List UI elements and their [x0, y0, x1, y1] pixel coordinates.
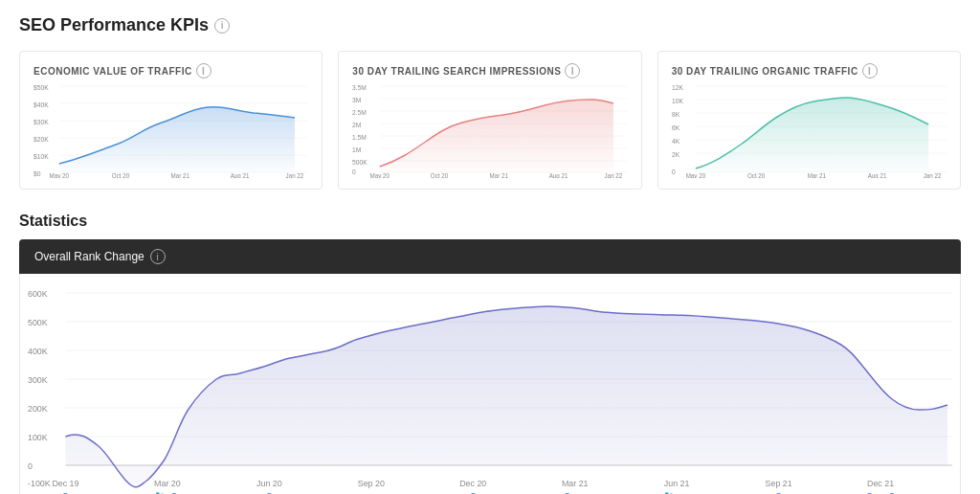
- kpi-info-icon-organic[interactable]: i: [862, 63, 878, 79]
- svg-text:100K: 100K: [28, 433, 48, 442]
- statistics-section-title: Statistics: [19, 213, 961, 230]
- svg-text:2.5M: 2.5M: [352, 109, 367, 116]
- kpi-card-economic-value: ECONOMIC VALUE OF TRAFFIC i $50K $40K $3…: [19, 51, 323, 190]
- svg-text:3M: 3M: [352, 97, 362, 103]
- svg-text:Mar 21: Mar 21: [171, 172, 190, 178]
- overall-rank-chart: 600K 500K 400K 300K 200K 100K 0 -100K: [28, 285, 952, 494]
- overall-rank-label: Overall Rank Change: [34, 250, 145, 263]
- svg-text:600K: 600K: [28, 289, 48, 299]
- overall-rank-chart-container: 600K 500K 400K 300K 200K 100K 0 -100K: [19, 274, 961, 494]
- svg-text:$20K: $20K: [33, 136, 49, 143]
- svg-text:🐦: 🐦: [664, 490, 674, 494]
- page-title-info-icon[interactable]: i: [214, 18, 230, 34]
- svg-text:$50K: $50K: [33, 84, 49, 91]
- kpi-title-organic-traffic: 30 DAY TRAILING ORGANIC TRAFFIC i: [672, 63, 947, 79]
- svg-text:1M: 1M: [352, 146, 362, 153]
- svg-text:Mar 21: Mar 21: [490, 172, 509, 178]
- kpi-card-organic-traffic: 30 DAY TRAILING ORGANIC TRAFFIC i 12K 10…: [657, 51, 961, 190]
- svg-text:May 20: May 20: [370, 172, 390, 178]
- overall-rank-info-icon[interactable]: i: [150, 249, 166, 264]
- svg-text:Aug 21: Aug 21: [549, 172, 568, 178]
- svg-text:Sep 21: Sep 21: [766, 479, 792, 488]
- svg-text:Mar 20: Mar 20: [154, 479, 181, 488]
- kpi-chart-impressions: 3.5M 3M 2.5M 2M 1.5M 1M 500K 0 May 20 Oc…: [352, 82, 627, 178]
- svg-text:Jan 22: Jan 22: [605, 172, 623, 178]
- svg-text:300K: 300K: [28, 375, 48, 385]
- kpi-row: ECONOMIC VALUE OF TRAFFIC i $50K $40K $3…: [19, 51, 961, 190]
- svg-text:0: 0: [28, 461, 33, 471]
- overall-rank-header: Overall Rank Change i: [19, 239, 961, 274]
- svg-text:$30K: $30K: [33, 119, 49, 125]
- svg-text:1.5M: 1.5M: [352, 134, 367, 141]
- kpi-info-icon-impressions[interactable]: i: [565, 63, 580, 79]
- svg-text:$40K: $40K: [33, 101, 49, 108]
- svg-text:200K: 200K: [28, 404, 48, 414]
- svg-text:500K: 500K: [28, 318, 48, 327]
- svg-text:$10K: $10K: [33, 153, 49, 160]
- svg-text:Jun 21: Jun 21: [664, 479, 690, 488]
- kpi-title-economic-value: ECONOMIC VALUE OF TRAFFIC i: [33, 63, 308, 79]
- svg-text:500K: 500K: [352, 159, 368, 166]
- svg-text:Jan 22: Jan 22: [286, 172, 304, 178]
- svg-text:6K: 6K: [672, 124, 680, 131]
- kpi-title-search-impressions: 30 DAY TRAILING SEARCH IMPRESSIONS i: [352, 63, 627, 79]
- svg-text:-100K: -100K: [28, 479, 51, 488]
- svg-text:Dec 20: Dec 20: [459, 479, 486, 488]
- kpi-chart-economic: $50K $40K $30K $20K $10K $0 May 20 Oct 2…: [33, 82, 308, 178]
- svg-text:0: 0: [352, 168, 356, 175]
- svg-text:Aug 21: Aug 21: [867, 172, 886, 178]
- svg-text:Dec 19: Dec 19: [52, 479, 78, 488]
- svg-text:8K: 8K: [672, 111, 680, 118]
- svg-text:12K: 12K: [672, 84, 683, 91]
- kpi-info-icon-economic[interactable]: i: [196, 63, 212, 79]
- svg-text:2K: 2K: [672, 151, 680, 158]
- svg-text:Jan 22: Jan 22: [923, 172, 941, 178]
- kpi-card-search-impressions: 30 DAY TRAILING SEARCH IMPRESSIONS i 3.5…: [338, 51, 641, 190]
- page-title: SEO Performance KPIs i: [19, 15, 961, 35]
- svg-text:May 20: May 20: [685, 172, 705, 178]
- svg-text:Oct 20: Oct 20: [747, 172, 766, 178]
- svg-text:Jun 20: Jun 20: [256, 479, 282, 488]
- svg-text:Aug 21: Aug 21: [231, 172, 250, 178]
- svg-text:400K: 400K: [28, 347, 48, 356]
- svg-text:Dec 21: Dec 21: [867, 479, 894, 488]
- svg-text:Mar 21: Mar 21: [807, 172, 826, 178]
- svg-text:2M: 2M: [352, 122, 362, 128]
- svg-text:Sep 20: Sep 20: [358, 479, 385, 488]
- svg-text:0: 0: [672, 168, 676, 175]
- svg-text:Oct 20: Oct 20: [431, 172, 449, 178]
- svg-text:Mar 21: Mar 21: [562, 479, 589, 488]
- svg-text:May 20: May 20: [50, 172, 70, 178]
- svg-text:🐦: 🐦: [155, 490, 165, 494]
- svg-text:Oct 20: Oct 20: [112, 172, 130, 178]
- svg-text:3.5M: 3.5M: [352, 84, 367, 91]
- statistics-section: Statistics Overall Rank Change i 600K 50…: [19, 213, 961, 494]
- svg-text:10K: 10K: [672, 98, 683, 104]
- kpi-chart-organic: 12K 10K 8K 6K 4K 2K 0 May 20 Oct 20 Mar …: [672, 82, 947, 178]
- svg-text:$0: $0: [33, 170, 41, 177]
- svg-text:4K: 4K: [672, 138, 680, 145]
